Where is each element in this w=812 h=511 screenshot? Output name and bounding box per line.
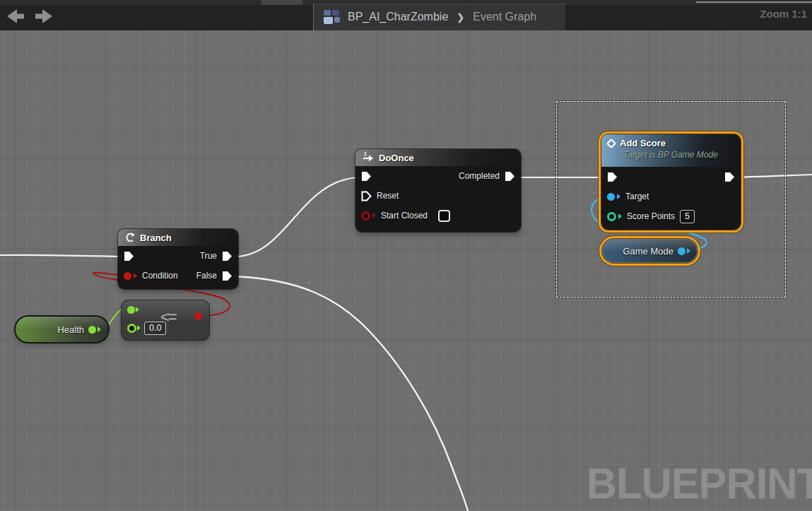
branch-exec-in-pin[interactable] [124,251,134,262]
addscore-exec-in-pin[interactable] [607,172,618,182]
addscore-target-pin[interactable] [607,193,615,201]
forward-arrow-icon[interactable] [35,8,53,25]
node-branch[interactable]: Branch True Condition False [118,229,238,289]
less-equal-operator: <= [160,308,176,327]
zoom-level-label: Zoom 1:1 [760,8,807,20]
wire-exec-into-branch[interactable] [0,255,124,257]
blueprint-event-graph-canvas[interactable]: BLUEPRINT Branch True [0,0,812,511]
node-less-equal[interactable]: 0.0 <= [122,300,209,340]
branch-condition-label: Condition [142,271,178,281]
node-health-variable[interactable]: Health [16,317,108,342]
breadcrumb-blueprint-name[interactable]: BP_AI_CharZombie [348,11,448,23]
branch-false-pin[interactable] [222,271,233,281]
addscore-scorepoints-pin[interactable] [607,212,616,221]
back-arrow-icon[interactable] [6,8,25,25]
addscore-exec-out-pin[interactable] [724,172,735,182]
doonce-reset-label: Reset [377,191,399,201]
node-add-score[interactable]: Add Score Target is BP Game Mode Target … [601,134,741,230]
addscore-scorepoints-label: Score Points [627,211,675,221]
addscore-title: Add Score [620,138,666,148]
gamemode-label: Game Mode [623,246,673,257]
doonce-completed-pin[interactable] [505,171,515,182]
chevron-right-icon: ❯ [455,12,466,23]
addscore-target-label: Target [625,192,649,201]
top-strip-highlight [696,1,812,3]
addscore-header[interactable]: Add Score Target is BP Game Mode [601,134,741,167]
branch-icon [124,233,135,242]
compare-output-pin[interactable] [194,312,203,320]
addscore-subtitle: Target is BP Game Mode [623,150,734,160]
breadcrumb: BP_AI_CharZombie ❯ Event Graph [313,4,565,30]
doonce-title: DoOnce [379,153,414,163]
doonce-exec-in-pin[interactable] [361,171,372,182]
branch-false-label: False [196,271,217,281]
branch-condition-pin[interactable] [124,272,131,280]
node-game-mode-variable[interactable]: Game Mode [603,240,697,262]
blueprint-icon [324,10,341,25]
doonce-startclosed-label: Start Closed [381,211,428,221]
breadcrumb-event-graph[interactable]: Event Graph [473,11,536,23]
function-diamond-icon [606,138,616,148]
node-game-mode-selection: Game Mode [599,236,700,266]
branch-header[interactable]: Branch [118,229,238,246]
addscore-scorepoints-field[interactable]: 5 [680,210,695,223]
branch-true-pin[interactable] [222,251,233,262]
compare-input-a-pin[interactable] [127,306,135,314]
doonce-icon: 1 [362,151,374,165]
blueprint-watermark: BLUEPRINT [587,459,812,508]
top-strip-tab [261,0,302,5]
branch-title: Branch [140,233,172,243]
wire-branch-true-to-doonce[interactable] [234,177,362,257]
doonce-startclosed-checkbox[interactable] [438,210,450,222]
svg-text:1: 1 [364,151,367,156]
doonce-reset-pin[interactable] [361,191,372,201]
wire-branch-false-sweep[interactable] [234,276,468,511]
gamemode-output-pin[interactable] [678,247,686,255]
doonce-completed-label: Completed [459,171,500,181]
branch-true-label: True [200,251,217,261]
graph-toolbar: BP_AI_CharZombie ❯ Event Graph Zoom 1:1 [0,0,812,30]
compare-input-b-pin[interactable] [127,324,136,333]
doonce-startclosed-pin[interactable] [361,211,370,221]
node-doonce[interactable]: 1 DoOnce Completed Reset Start Closed [355,149,521,232]
health-output-pin[interactable] [88,326,96,334]
health-label: Health [57,324,84,335]
doonce-header[interactable]: 1 DoOnce [355,149,521,166]
